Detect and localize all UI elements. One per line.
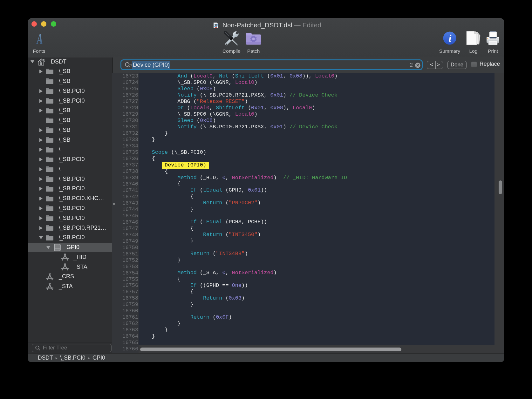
svg-text:i: i xyxy=(449,33,452,44)
